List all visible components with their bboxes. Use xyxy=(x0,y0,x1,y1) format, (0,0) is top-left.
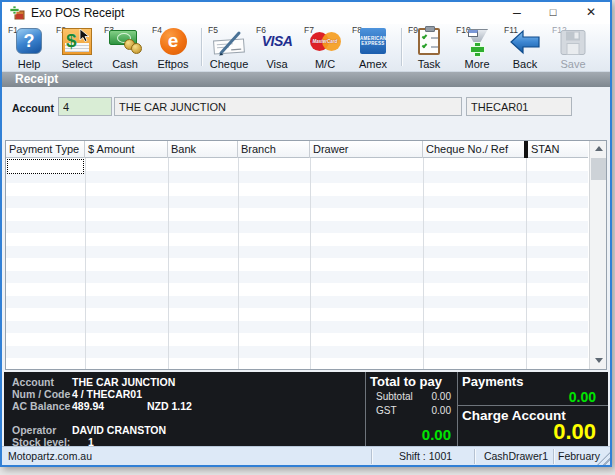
column-header-payment-type[interactable]: Payment Type xyxy=(6,141,85,158)
scrollbar-thumb[interactable] xyxy=(591,158,606,180)
select-button[interactable]: F2 $ Select xyxy=(53,25,101,71)
payments-title: Payments xyxy=(462,374,523,389)
column-header-drawer[interactable]: Drawer xyxy=(310,141,423,158)
toolbar-separator xyxy=(201,28,202,66)
more-icon xyxy=(453,28,501,57)
info-account-label: Account xyxy=(12,376,72,388)
visa-icon: VISA xyxy=(253,28,301,57)
status-shift: Shift : 1001 xyxy=(374,447,477,465)
save-button[interactable]: F12 Save xyxy=(549,25,597,71)
scroll-up-button[interactable] xyxy=(590,141,607,157)
eftpos-button[interactable]: F4 e Eftpos xyxy=(149,25,197,71)
column-header-bank[interactable]: Bank xyxy=(168,141,238,158)
info-numcode-value: 4 / THECAR01 xyxy=(72,388,142,400)
eftpos-icon: e xyxy=(149,28,197,57)
title-bar: Exo POS Receipt – □ ✕ xyxy=(2,2,610,24)
back-button[interactable]: F11 Back xyxy=(501,25,549,71)
grid-header: Payment Type $ Amount Bank Branch Drawer… xyxy=(6,141,588,158)
app-window: Exo POS Receipt – □ ✕ F1 ? Help F2 $ Sel… xyxy=(0,0,612,467)
status-date: February xyxy=(558,447,606,465)
status-bar: Motopartz.com.au Shift : 1001 CashDrawer… xyxy=(2,446,610,465)
section-title: Receipt xyxy=(15,72,610,87)
status-cash-drawer: CashDrawer1 xyxy=(477,447,555,465)
payments-grid: Payment Type $ Amount Bank Branch Drawer… xyxy=(5,140,607,370)
toolbar-separator xyxy=(401,28,402,66)
total-to-pay-title: Total to pay xyxy=(370,374,442,389)
back-icon xyxy=(501,28,549,57)
status-site: Motopartz.com.au xyxy=(8,447,368,465)
help-icon: ? xyxy=(5,28,53,57)
summary-panels: Account THE CAR JUNCTION Num / Code 4 / … xyxy=(4,372,608,446)
total-to-pay-value: 0.00 xyxy=(422,426,451,443)
section-header: Receipt xyxy=(2,72,610,87)
column-header-amount[interactable]: $ Amount xyxy=(85,141,168,158)
selected-cell[interactable] xyxy=(7,159,84,174)
subtotal-value: 0.00 xyxy=(432,391,451,402)
cheque-icon xyxy=(205,28,253,57)
select-icon: $ xyxy=(53,28,101,57)
close-button[interactable]: ✕ xyxy=(576,2,606,24)
account-label: Account xyxy=(12,99,58,118)
save-icon xyxy=(549,28,597,57)
info-currency-value: NZD 1.12 xyxy=(147,400,192,412)
toolbar: F1 ? Help F2 $ Select F3 Cash F4 e Eftpo… xyxy=(2,24,610,72)
minimize-button[interactable]: – xyxy=(502,2,532,24)
info-balance-label: AC Balance xyxy=(12,400,72,412)
help-button[interactable]: F1 ? Help xyxy=(5,25,53,71)
subtotal-label: Subtotal xyxy=(376,391,413,402)
account-number-field[interactable] xyxy=(58,97,112,116)
cash-icon xyxy=(101,28,149,57)
app-icon xyxy=(9,5,25,21)
mastercard-icon: MasterCard xyxy=(301,28,349,57)
charge-account-value: 0.00 xyxy=(553,419,596,445)
more-button[interactable]: F10 More xyxy=(453,25,501,71)
mastercard-button[interactable]: F7 MasterCard M/C xyxy=(301,25,349,71)
gst-value: 0.00 xyxy=(432,405,451,416)
info-operator-value: DAVID CRANSTON xyxy=(72,424,166,436)
account-code-field[interactable] xyxy=(466,97,572,116)
info-numcode-label: Num / Code xyxy=(12,388,72,400)
account-name-field[interactable] xyxy=(114,97,462,116)
task-button[interactable]: F9 Task xyxy=(405,25,453,71)
amex-button[interactable]: F8 AMERICANEXPRESS Amex xyxy=(349,25,397,71)
info-balance-value: 489.94 xyxy=(72,400,104,412)
charge-account-title: Charge Account xyxy=(462,408,566,423)
payments-value: 0.00 xyxy=(569,389,596,405)
amex-icon: AMERICANEXPRESS xyxy=(349,28,397,57)
column-header-cheque-ref[interactable]: Cheque No./ Ref xyxy=(423,141,524,158)
vertical-scrollbar[interactable] xyxy=(589,141,606,369)
task-icon xyxy=(405,28,453,57)
gst-label: GST xyxy=(376,405,397,416)
scroll-down-button[interactable] xyxy=(590,353,607,369)
column-header-branch[interactable]: Branch xyxy=(238,141,310,158)
column-header-stan[interactable]: STAN xyxy=(528,141,588,158)
grid-body[interactable] xyxy=(6,158,588,369)
cheque-button[interactable]: F5 Cheque xyxy=(205,25,253,71)
visa-button[interactable]: F6 VISA Visa xyxy=(253,25,301,71)
window-title: Exo POS Receipt xyxy=(31,2,124,24)
info-operator-label: Operator xyxy=(12,424,72,436)
info-account-value: THE CAR JUNCTION xyxy=(72,376,175,388)
maximize-button[interactable]: □ xyxy=(538,2,568,24)
account-area: Account xyxy=(2,87,610,140)
cash-button[interactable]: F3 Cash xyxy=(101,25,149,71)
